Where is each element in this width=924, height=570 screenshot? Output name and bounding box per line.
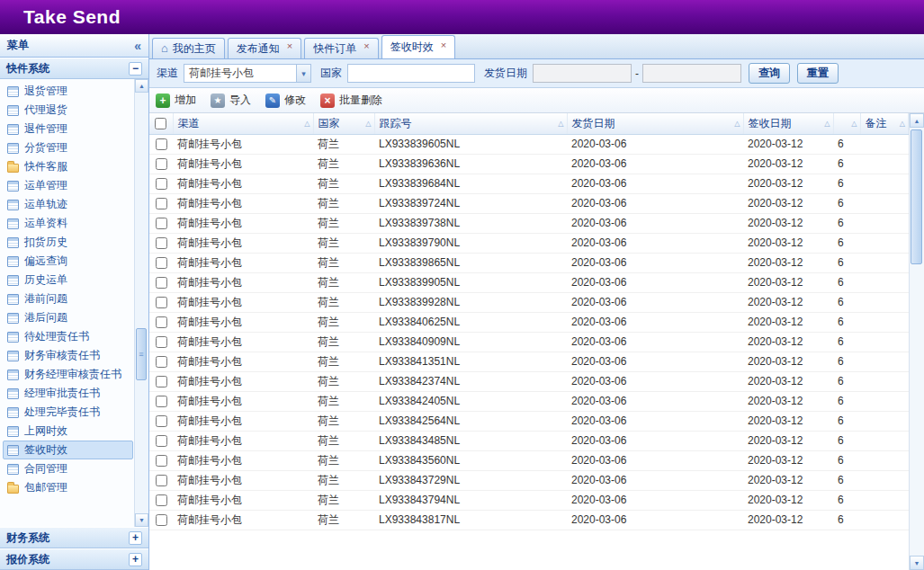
row-checkbox[interactable] [156,356,167,368]
row-checkbox[interactable] [156,178,167,190]
table-row[interactable]: 荷邮挂号小包荷兰LX933841351NL2020-03-062020-03-1… [149,352,909,371]
table-row[interactable]: 荷邮挂号小包荷兰LX933839636NL2020-03-062020-03-1… [149,154,909,174]
add-button[interactable]: +增加 [156,93,196,108]
row-checkbox[interactable] [156,336,167,348]
column-header[interactable]: 跟踪号△ [374,113,567,134]
close-icon[interactable]: × [363,40,369,51]
reset-button[interactable]: 重置 [797,63,839,84]
scroll-down-icon[interactable]: ▼ [135,513,148,527]
row-checkbox[interactable] [156,198,167,209]
row-checkbox[interactable] [156,316,167,328]
sidebar-item[interactable]: 退货管理 [3,82,133,101]
tab[interactable]: 快件订单× [304,38,378,58]
collapse-section-icon[interactable]: − [129,62,142,76]
column-header[interactable]: 国家△ [313,113,374,134]
sidebar-item[interactable]: 运单资料 [3,214,133,233]
row-checkbox[interactable] [156,297,167,308]
table-row[interactable]: 荷邮挂号小包荷兰LX933839605NL2020-03-062020-03-1… [149,134,909,154]
sidebar-item[interactable]: 合同管理 [3,459,133,478]
table-row[interactable]: 荷邮挂号小包荷兰LX933840625NL2020-03-062020-03-1… [149,312,909,332]
collapse-sidebar-icon[interactable]: « [134,39,141,53]
scroll-down-icon[interactable]: ▼ [910,556,924,570]
sidebar-item[interactable]: 扣货历史 [3,233,133,252]
sidebar-item[interactable]: 运单管理 [3,176,133,195]
row-checkbox[interactable] [156,494,167,506]
table-row[interactable]: 荷邮挂号小包荷兰LX933843560NL2020-03-062020-03-1… [149,450,909,470]
table-row[interactable]: 荷邮挂号小包荷兰LX933839684NL2020-03-062020-03-1… [149,174,909,193]
sidebar-scroll-thumb[interactable]: ≡ [136,328,147,380]
row-checkbox[interactable] [156,514,167,526]
tab[interactable]: 签收时效× [381,35,455,58]
import-button[interactable]: ★导入 [211,93,251,108]
column-header[interactable]: 渠道△ [173,113,313,134]
row-checkbox[interactable] [156,218,167,229]
table-row[interactable]: 荷邮挂号小包荷兰LX933843729NL2020-03-062020-03-1… [149,470,909,490]
table-row[interactable]: 荷邮挂号小包荷兰LX933842405NL2020-03-062020-03-1… [149,391,909,411]
batch-delete-button[interactable]: ×批量删除 [320,93,382,108]
grid-scrollbar[interactable]: ▲ ▼ [909,113,924,570]
sidebar-item[interactable]: 财务审核责任书 [3,346,133,365]
close-icon[interactable]: × [441,40,446,50]
sidebar-section-express-system[interactable]: 快件系统 − [0,58,148,79]
sidebar-item[interactable]: 运单轨迹 [3,195,133,214]
table-row[interactable]: 荷邮挂号小包荷兰LX933842374NL2020-03-062020-03-1… [149,371,909,391]
date-from-input[interactable] [533,64,632,83]
sidebar-item[interactable]: 财务经理审核责任书 [3,365,133,384]
row-checkbox[interactable] [156,435,167,447]
column-header[interactable]: 备注△ [860,113,909,134]
grid-scroll-thumb[interactable] [911,129,922,264]
country-input[interactable] [347,64,475,83]
table-row[interactable]: 荷邮挂号小包荷兰LX933839928NL2020-03-062020-03-1… [149,292,909,312]
row-checkbox[interactable] [156,415,167,427]
sidebar-item[interactable]: 快件客服 [3,157,133,176]
sidebar-scrollbar[interactable]: ▲ ≡ ▼ [134,79,148,527]
column-header[interactable]: 签收日期△ [743,113,833,134]
sidebar-item[interactable]: 偏远查询 [3,252,133,271]
sidebar-item[interactable]: 处理完毕责任书 [3,403,133,422]
edit-button[interactable]: ✎修改 [265,93,306,108]
grid-scroll-track[interactable] [910,128,924,556]
sidebar-item[interactable]: 签收时效 [3,441,133,459]
sidebar-item[interactable]: 港前问题 [3,289,133,308]
table-row[interactable]: 荷邮挂号小包荷兰LX933843485NL2020-03-062020-03-1… [149,431,909,450]
date-to-input[interactable] [642,64,741,83]
table-row[interactable]: 荷邮挂号小包荷兰LX933843817NL2020-03-062020-03-1… [149,510,909,530]
row-checkbox[interactable] [156,455,167,467]
table-row[interactable]: 荷邮挂号小包荷兰LX933843794NL2020-03-062020-03-1… [149,490,909,510]
tab[interactable]: ⌂我的主页 [152,38,225,58]
table-row[interactable]: 荷邮挂号小包荷兰LX933839738NL2020-03-062020-03-1… [149,213,909,233]
channel-select[interactable]: 荷邮挂号小包 ▾ [184,64,311,83]
sidebar-item[interactable]: 包邮管理 [3,478,133,497]
row-checkbox[interactable] [156,376,167,387]
close-icon[interactable]: × [287,40,292,51]
sidebar-item[interactable]: 待处理责任书 [3,327,133,346]
column-header[interactable]: △ [833,113,860,134]
expand-section-icon[interactable]: + [129,531,142,545]
table-row[interactable]: 荷邮挂号小包荷兰LX933842564NL2020-03-062020-03-1… [149,411,909,431]
row-checkbox[interactable] [156,138,167,150]
table-row[interactable]: 荷邮挂号小包荷兰LX933839905NL2020-03-062020-03-1… [149,272,909,292]
scroll-up-icon[interactable]: ▲ [910,113,924,128]
sidebar-item[interactable]: 港后问题 [3,308,133,327]
expand-section-icon[interactable]: + [129,553,142,566]
table-row[interactable]: 荷邮挂号小包荷兰LX933839790NL2020-03-062020-03-1… [149,233,909,253]
row-checkbox[interactable] [156,158,167,170]
sidebar-item[interactable]: 分货管理 [3,138,133,157]
sidebar-item[interactable]: 历史运单 [3,271,133,289]
sidebar-section-finance-system[interactable]: 财务系统 + [0,527,148,548]
row-checkbox[interactable] [156,237,167,249]
sidebar-scroll-track[interactable]: ≡ [135,93,148,513]
search-button[interactable]: 查询 [749,63,790,84]
scroll-up-icon[interactable]: ▲ [135,79,148,93]
sidebar-item[interactable]: 退件管理 [3,120,133,138]
sidebar-item[interactable]: 上网时效 [3,422,133,441]
row-checkbox[interactable] [156,257,167,269]
row-checkbox[interactable] [156,277,167,289]
table-row[interactable]: 荷邮挂号小包荷兰LX933839865NL2020-03-062020-03-1… [149,253,909,272]
row-checkbox[interactable] [156,475,167,486]
sidebar-section-quote-system[interactable]: 报价系统 + [0,548,148,570]
select-all-checkbox[interactable] [155,118,166,129]
column-header[interactable]: 发货日期△ [567,113,743,134]
row-checkbox[interactable] [156,396,167,407]
table-row[interactable]: 荷邮挂号小包荷兰LX933840909NL2020-03-062020-03-1… [149,332,909,352]
